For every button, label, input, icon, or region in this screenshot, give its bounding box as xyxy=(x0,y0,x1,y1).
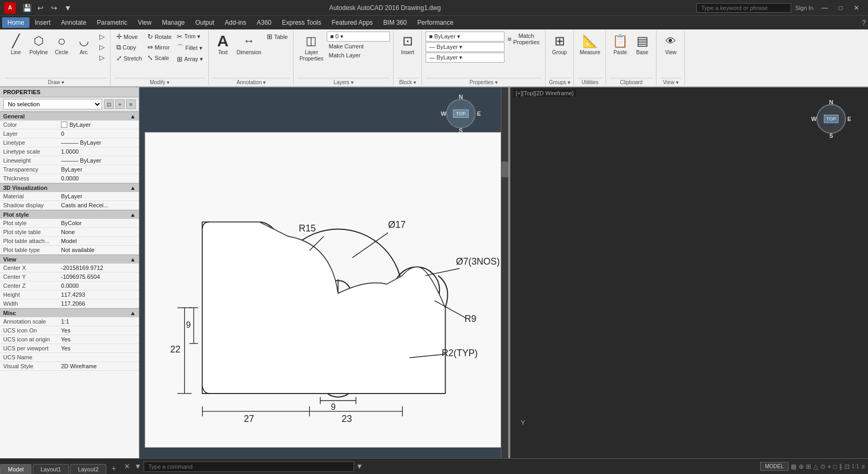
status-otrack[interactable]: ⌖ xyxy=(827,463,831,470)
window-controls: — □ ✕ xyxy=(817,2,864,14)
status-more[interactable]: ≡ xyxy=(861,463,865,470)
menu-express[interactable]: Express Tools xyxy=(277,17,326,28)
properties-panel: PROPERTIES No selection ⊡ + ≡ General ▲ … xyxy=(0,87,139,458)
command-input[interactable] xyxy=(144,461,354,472)
layer-properties-btn[interactable]: ◫ LayerProperties xyxy=(297,32,326,63)
add-tab-btn[interactable]: + xyxy=(107,462,120,474)
arc-btn[interactable]: ◡ Arc xyxy=(73,32,94,57)
prop-icon-1[interactable]: ⊡ xyxy=(104,99,114,109)
scrollbar-thumb[interactable] xyxy=(501,162,508,177)
section-general-collapse[interactable]: ▲ xyxy=(130,113,136,119)
cmd-scroll-btn[interactable]: ▼ xyxy=(132,461,143,471)
make-current-btn[interactable]: Make Current xyxy=(327,42,390,51)
circle-btn[interactable]: ○ Circle xyxy=(51,32,72,57)
draw-more-1[interactable]: ▷ xyxy=(97,32,107,42)
tab-layout1[interactable]: Layout1 xyxy=(33,464,69,474)
prop-icon-2[interactable]: + xyxy=(115,99,125,109)
status-snap[interactable]: ⊕ xyxy=(799,463,804,470)
array-btn[interactable]: ⊞ Array ▾ xyxy=(175,54,205,64)
scale-btn[interactable]: ⤡ Scale xyxy=(145,53,174,63)
sign-in-label[interactable]: Sign In xyxy=(795,5,813,11)
section-plot-collapse[interactable]: ▲ xyxy=(130,211,136,218)
left-vp-scrollbar[interactable] xyxy=(501,87,508,458)
menu-home[interactable]: Home xyxy=(2,17,29,28)
section-view-collapse[interactable]: ▲ xyxy=(130,256,136,263)
prop-icon-3[interactable]: ≡ xyxy=(126,99,136,109)
stretch-btn[interactable]: ⤢ Stretch xyxy=(114,53,144,63)
insert-btn[interactable]: ⊡ Insert xyxy=(397,32,418,57)
status-osnap[interactable]: ⊙ xyxy=(820,463,825,470)
mirror-btn[interactable]: ⇔ Mirror xyxy=(145,42,174,52)
measure-icon: 📐 xyxy=(582,33,599,49)
menu-annotate[interactable]: Annotate xyxy=(56,17,92,28)
svg-text:9: 9 xyxy=(186,320,190,329)
text-btn[interactable]: A Text xyxy=(213,32,234,57)
match-props-btn[interactable]: ≡ MatchProperties xyxy=(506,32,542,46)
linetype-dropdown[interactable]: — ByLayer ▾ xyxy=(426,42,504,52)
save-btn[interactable]: 💾 xyxy=(21,2,33,14)
group-btn[interactable]: ⊞ Group xyxy=(549,32,570,57)
menu-insert[interactable]: Insert xyxy=(29,17,56,28)
ribbon-group-layers: ◫ LayerProperties ■ 0 ▾ Make Current Mat… xyxy=(294,31,393,85)
menu-a360[interactable]: A360 xyxy=(251,17,277,28)
color-dropdown[interactable]: ■ ByLayer ▾ xyxy=(426,32,504,42)
lineweight-dropdown[interactable]: — ByLayer ▾ xyxy=(426,53,504,63)
status-dyn[interactable]: ∥ xyxy=(839,463,842,470)
viewport-left[interactable]: TOP N S E W xyxy=(139,87,510,458)
cmd-settings-btn[interactable]: ▼ xyxy=(354,461,365,471)
menu-perf[interactable]: Performance xyxy=(412,17,459,28)
line-btn[interactable]: ╱ Line xyxy=(5,32,26,57)
draw-more-3[interactable]: ▷ xyxy=(97,53,107,63)
base-btn[interactable]: ▤ Base xyxy=(632,32,653,57)
measure-btn[interactable]: 📐 Measure xyxy=(578,32,602,57)
model-indicator[interactable]: MODEL xyxy=(760,462,789,471)
dimension-btn[interactable]: ↔ Dimension xyxy=(235,32,264,57)
circle-label: Circle xyxy=(55,49,68,56)
layer-dropdown[interactable]: ■ 0 ▾ xyxy=(327,32,390,42)
status-polar[interactable]: △ xyxy=(813,463,818,470)
menu-parametric[interactable]: Parametric xyxy=(92,17,133,28)
menu-featured[interactable]: Featured Apps xyxy=(327,17,378,28)
cmd-clear-btn[interactable]: ✕ xyxy=(122,461,132,471)
menu-output[interactable]: Output xyxy=(190,17,219,28)
menu-addins[interactable]: Add-ins xyxy=(219,17,251,28)
polyline-btn[interactable]: ⬡ Polyline xyxy=(27,32,50,57)
section-misc-collapse[interactable]: ▲ xyxy=(130,310,136,316)
menu-manage[interactable]: Manage xyxy=(157,17,190,28)
maximize-btn[interactable]: □ xyxy=(833,2,848,14)
section-3d-label: 3D Visualization xyxy=(3,185,47,191)
minimize-btn[interactable]: — xyxy=(817,2,832,14)
dropdown-btn[interactable]: ▼ xyxy=(62,2,74,14)
ribbon-group-properties: ■ ByLayer ▾ — ByLayer ▾ — ByLayer ▾ ≡ Ma… xyxy=(422,31,546,85)
undo-btn[interactable]: ↩ xyxy=(35,2,46,14)
paste-btn[interactable]: 📋 Paste xyxy=(610,32,631,57)
fillet-btn[interactable]: ⌒ Fillet ▾ xyxy=(175,42,205,54)
tab-layout2[interactable]: Layout2 xyxy=(70,464,106,474)
move-btn[interactable]: ✛ Move xyxy=(114,32,144,42)
menu-view[interactable]: View xyxy=(133,17,157,28)
selection-dropdown[interactable]: No selection xyxy=(3,99,102,109)
annotation-group-label: Annotation ▾ xyxy=(213,78,290,85)
tab-model[interactable]: Model xyxy=(0,464,32,474)
help-btn[interactable]: ? xyxy=(862,18,866,27)
table-btn[interactable]: ⊞ Table xyxy=(265,32,290,42)
status-ortho[interactable]: ⊞ xyxy=(806,463,811,470)
trim-btn[interactable]: ✂ Trim ▾ xyxy=(175,32,205,42)
status-lw[interactable]: ⊡ xyxy=(844,463,850,470)
section-3d-collapse[interactable]: ▲ xyxy=(130,185,136,191)
drawing-canvas[interactable]: Ø17 R15 Ø7(3NOS) 22 9 R9 R2(TYP) 9 27 23 xyxy=(145,132,503,448)
match-layer-btn[interactable]: Match Layer xyxy=(327,51,390,59)
status-ducs[interactable]: □ xyxy=(833,463,837,470)
rotate-btn[interactable]: ↻ Rotate xyxy=(145,32,174,42)
search-input[interactable] xyxy=(697,3,791,13)
view-btn[interactable]: 👁 View xyxy=(660,32,681,57)
close-btn[interactable]: ✕ xyxy=(849,2,864,14)
menu-bim[interactable]: BIM 360 xyxy=(378,17,412,28)
visual-style-value: 2D Wireframe xyxy=(61,363,136,369)
copy-btn[interactable]: ⧉ Copy xyxy=(114,42,144,53)
draw-more-2[interactable]: ▷ xyxy=(97,42,107,52)
status-scale[interactable]: 1:1 xyxy=(852,463,859,469)
status-grid[interactable]: ▦ xyxy=(791,463,796,470)
viewport-right[interactable]: [+][Top][2D Wireframe] TOP N S E W Y xyxy=(510,87,868,458)
redo-btn[interactable]: ↪ xyxy=(48,2,60,14)
